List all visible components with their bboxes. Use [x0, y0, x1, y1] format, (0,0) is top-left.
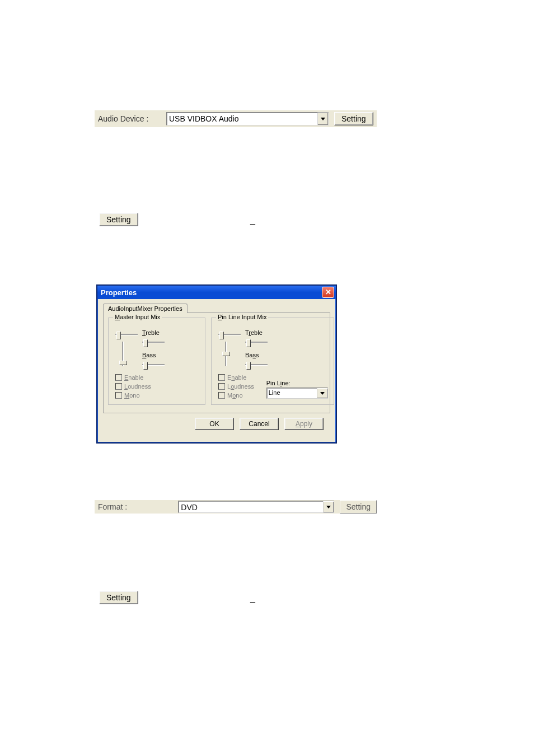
setting-button-standalone-2[interactable]: Setting: [99, 591, 138, 604]
chevron-down-icon: [320, 392, 325, 395]
pinline-loudness-row: Loudness: [218, 383, 254, 390]
pinline-treble-slider[interactable]: [245, 338, 268, 346]
audio-device-dropdown[interactable]: USB VIDBOX Audio: [166, 112, 329, 125]
pin-line-dropdown[interactable]: Line: [266, 388, 328, 399]
dialog-close-button[interactable]: ✕: [322, 287, 334, 298]
group-legend-pinline: Pin Line Input Mix: [216, 314, 268, 320]
audio-device-bar: Audio Device : USB VIDBOX Audio Setting: [95, 110, 377, 127]
pin-line-label: Pin Line:: [266, 380, 328, 386]
group-legend-master: Master Input Mix: [113, 314, 162, 320]
dialog-title: Properties: [101, 288, 137, 297]
cancel-button[interactable]: Cancel: [240, 418, 279, 430]
master-mono-checkbox[interactable]: [115, 392, 122, 399]
chevron-down-icon: [326, 506, 331, 508]
master-bass-slider[interactable]: [142, 361, 165, 368]
dialog-button-row: OK Cancel Apply: [103, 413, 330, 437]
master-enable-checkbox[interactable]: [115, 374, 122, 381]
pinline-treble-label: Treble: [245, 329, 268, 336]
master-bass-label: Bass: [142, 352, 165, 358]
chevron-down-icon: [321, 118, 325, 120]
pinline-volume-slider[interactable]: [222, 342, 229, 366]
pinline-pan-slider[interactable]: [218, 330, 241, 338]
dropdown-arrow-button[interactable]: [317, 113, 328, 125]
format-setting-button[interactable]: Setting: [340, 500, 377, 514]
master-enable-row: Enable: [115, 374, 199, 381]
group-pinline-input-mix: Pin Line Input Mix: [211, 318, 334, 405]
master-loudness-row: Loudness: [115, 383, 199, 390]
dropdown-arrow-button[interactable]: [317, 388, 327, 398]
audio-device-value: USB VIDBOX Audio: [167, 113, 317, 125]
audio-device-label: Audio Device :: [98, 114, 166, 123]
master-mono-row: Mono: [115, 392, 199, 399]
pinline-enable-row: Enable: [218, 374, 254, 381]
format-bar: Format : DVD Setting: [95, 500, 377, 514]
format-label: Format :: [98, 502, 178, 511]
ok-button[interactable]: OK: [195, 418, 234, 430]
setting-button-standalone-1[interactable]: Setting: [99, 213, 138, 226]
master-treble-label: Treble: [142, 329, 165, 336]
dropdown-arrow-button[interactable]: [323, 501, 334, 512]
pinline-bass-slider[interactable]: [245, 361, 268, 368]
underscore-1: _: [250, 215, 255, 225]
master-treble-slider[interactable]: [142, 338, 165, 346]
properties-dialog: Properties ✕ AudioInputMixer Properties …: [96, 284, 337, 444]
audio-setting-button[interactable]: Setting: [334, 112, 373, 125]
master-pan-slider[interactable]: [115, 330, 138, 338]
tab-panel: Master Input Mix: [103, 312, 330, 413]
underscore-2: _: [250, 593, 255, 603]
pinline-loudness-checkbox[interactable]: [218, 383, 225, 390]
format-dropdown[interactable]: DVD: [178, 501, 334, 513]
pinline-bass-label: Bass: [245, 352, 268, 358]
pinline-mono-checkbox[interactable]: [218, 392, 225, 399]
pinline-mono-row: Mono: [218, 392, 254, 399]
pinline-enable-checkbox[interactable]: [218, 374, 225, 381]
tab-audioinputmixer[interactable]: AudioInputMixer Properties: [103, 304, 188, 313]
dialog-titlebar: Properties ✕: [97, 286, 336, 299]
close-icon: ✕: [325, 289, 331, 296]
pin-line-value: Line: [267, 388, 317, 398]
apply-button[interactable]: Apply: [284, 418, 324, 430]
group-master-input-mix: Master Input Mix: [108, 318, 205, 405]
master-volume-slider[interactable]: [119, 342, 127, 366]
format-value: DVD: [179, 501, 323, 512]
master-loudness-checkbox[interactable]: [115, 383, 122, 390]
